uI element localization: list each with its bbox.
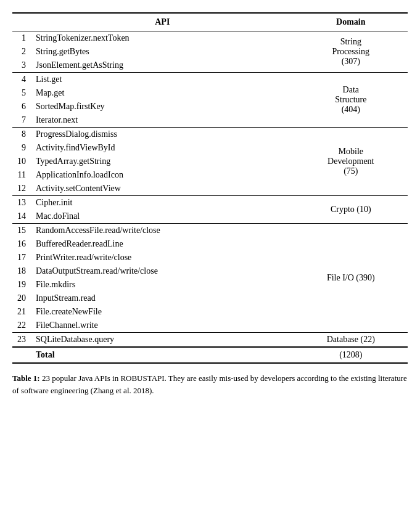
row-number: 9	[12, 141, 31, 155]
row-api: Activity.findViewById	[31, 141, 294, 155]
row-api: RandomAccessFile.read/write/close	[31, 224, 294, 238]
total-label: Total	[31, 347, 294, 363]
row-domain: Database (22)	[294, 333, 408, 348]
row-domain: DataStructure(404)	[294, 73, 408, 128]
row-domain: File I/O (390)	[294, 224, 408, 333]
row-api: JsonElement.getAsString	[31, 59, 294, 73]
row-api: FileChannel.write	[31, 319, 294, 333]
page-container: API Domain 1StringTokenizer.nextTokenStr…	[12, 12, 408, 396]
row-api: Activity.setContentView	[31, 182, 294, 196]
header-api: API	[31, 13, 294, 31]
row-api: List.get	[31, 73, 294, 87]
row-api: SortedMap.firstKey	[31, 100, 294, 113]
total-row: Total(1208)	[12, 347, 408, 363]
row-api: InputStream.read	[31, 292, 294, 305]
table-header-row: API Domain	[12, 13, 408, 31]
row-api: ProgressDialog.dismiss	[31, 128, 294, 142]
table-row: 23SQLiteDatabase.queryDatabase (22)	[12, 333, 408, 348]
row-api: Map.get	[31, 86, 294, 100]
header-domain: Domain	[294, 13, 408, 31]
row-number: 10	[12, 155, 31, 168]
row-number: 20	[12, 292, 31, 305]
row-number: 4	[12, 73, 31, 87]
row-api: Cipher.init	[31, 196, 294, 210]
table-caption: Table 1: 23 popular Java APIs in RobustA…	[12, 372, 408, 396]
row-number: 14	[12, 210, 31, 224]
row-number: 16	[12, 237, 31, 251]
row-number: 18	[12, 264, 31, 278]
row-api: File.createNewFile	[31, 305, 294, 319]
row-number: 12	[12, 182, 31, 196]
row-number: 6	[12, 100, 31, 113]
row-api: StringTokenizer.nextToken	[31, 31, 294, 46]
table-wrapper: API Domain 1StringTokenizer.nextTokenStr…	[12, 12, 408, 364]
row-number: 13	[12, 196, 31, 210]
header-num	[12, 13, 31, 31]
row-number: 2	[12, 45, 31, 59]
row-api: Mac.doFinal	[31, 210, 294, 224]
total-value: (1208)	[294, 347, 408, 363]
row-number: 15	[12, 224, 31, 238]
row-number: 19	[12, 278, 31, 292]
row-api: Iterator.next	[31, 113, 294, 128]
table-row: 8ProgressDialog.dismissMobileDevelopment…	[12, 128, 408, 142]
row-api: PrintWriter.read/write/close	[31, 251, 294, 264]
row-number: 21	[12, 305, 31, 319]
row-api: String.getBytes	[31, 45, 294, 59]
row-number: 23	[12, 333, 31, 348]
row-number: 5	[12, 86, 31, 100]
row-number: 22	[12, 319, 31, 333]
table-row: 4List.getDataStructure(404)	[12, 73, 408, 87]
row-number: 1	[12, 31, 31, 46]
row-number: 3	[12, 59, 31, 73]
robustapi-text: RobustAPI	[120, 374, 164, 383]
row-domain: Crypto (10)	[294, 196, 408, 224]
row-api: BufferedReader.readLine	[31, 237, 294, 251]
row-number: 7	[12, 113, 31, 128]
row-domain: MobileDevelopment(75)	[294, 128, 408, 196]
row-api: File.mkdirs	[31, 278, 294, 292]
total-num	[12, 347, 31, 363]
row-api: DataOutputStream.read/write/close	[31, 264, 294, 278]
row-api: ApplicationInfo.loadIcon	[31, 168, 294, 182]
table-row: 15RandomAccessFile.read/write/closeFile …	[12, 224, 408, 238]
row-api: TypedArray.getString	[31, 155, 294, 168]
main-table: API Domain 1StringTokenizer.nextTokenStr…	[12, 12, 408, 364]
caption-text: 23 popular Java APIs in RobustAPI. They …	[12, 374, 407, 395]
table-row: 13Cipher.initCrypto (10)	[12, 196, 408, 210]
row-number: 17	[12, 251, 31, 264]
row-domain: StringProcessing(307)	[294, 31, 408, 73]
row-number: 8	[12, 128, 31, 142]
row-api: SQLiteDatabase.query	[31, 333, 294, 348]
row-number: 11	[12, 168, 31, 182]
table-row: 1StringTokenizer.nextTokenStringProcessi…	[12, 31, 408, 46]
caption-label: Table 1:	[12, 374, 40, 383]
